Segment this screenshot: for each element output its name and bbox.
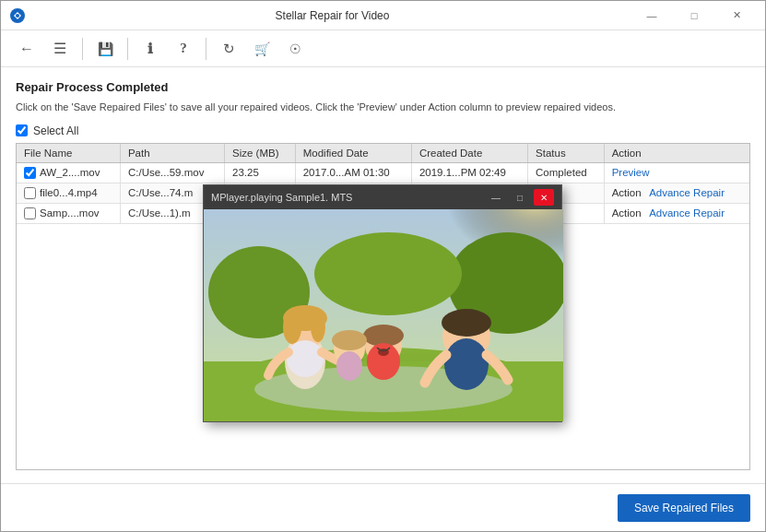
save-icon: 💾	[98, 41, 113, 56]
media-minimize-button[interactable]: —	[486, 189, 506, 206]
row1-checkbox[interactable]	[24, 167, 36, 179]
title-bar: Stellar Repair for Video — □ ✕	[1, 1, 765, 30]
svg-point-1	[16, 14, 19, 18]
cell-action-1: Preview	[604, 162, 749, 183]
menu-icon: ☰	[53, 40, 66, 57]
col-path: Path	[120, 144, 224, 163]
select-all-row: Select All	[16, 124, 750, 137]
col-modified: Modified Date	[295, 144, 411, 163]
close-button[interactable]: ✕	[715, 1, 758, 30]
minimize-button[interactable]: —	[630, 1, 673, 30]
cart-button[interactable]: 🛒	[247, 34, 277, 64]
cell-path-1: C:/Use...59.mov	[120, 162, 224, 183]
save-icon-button[interactable]: 💾	[90, 34, 120, 64]
col-created: Created Date	[411, 144, 527, 163]
cell-created-1: 2019.1...PM 02:49	[411, 162, 527, 183]
col-action: Action	[604, 144, 749, 163]
back-icon: ←	[19, 41, 34, 57]
select-all-label: Select All	[33, 124, 78, 137]
separator-1	[82, 38, 83, 60]
advance-repair-link-1[interactable]: Advance Repair	[649, 187, 725, 198]
col-filename: File Name	[17, 144, 120, 163]
media-close-button[interactable]: ✕	[534, 189, 554, 206]
save-repaired-files-button[interactable]: Save Repaired Files	[618, 494, 750, 522]
cell-action-3: Action Advance Repair	[604, 203, 749, 223]
table-row: AW_2....mov C:/Use...59.mov 23.25 2017.0…	[17, 162, 749, 183]
media-maximize-button[interactable]: □	[510, 189, 530, 206]
cell-filename-1: AW_2....mov	[17, 162, 120, 183]
cell-size-1: 23.25	[225, 162, 296, 183]
preview-link-1[interactable]: Preview	[612, 167, 650, 178]
info-button[interactable]: ℹ	[136, 34, 165, 64]
window-title: Stellar Repair for Video	[34, 9, 630, 22]
separator-3	[206, 38, 206, 60]
user-button[interactable]: ☉	[280, 34, 310, 64]
media-player-title: MPlayer.playing Sample1. MTS	[211, 192, 482, 203]
action-label-3: Action	[612, 207, 642, 219]
cell-filename-2: file0...4.mp4	[17, 183, 120, 203]
app-icon	[8, 6, 27, 25]
refresh-icon: ↻	[223, 41, 235, 57]
video-preview	[204, 209, 563, 421]
cell-modified-1: 2017.0...AM 01:30	[295, 162, 411, 183]
cell-filename-3: Samp....mov	[17, 203, 120, 223]
media-frame	[204, 209, 563, 421]
media-player-titlebar: MPlayer.playing Sample1. MTS — □ ✕	[204, 185, 561, 209]
cart-icon: 🛒	[254, 41, 270, 56]
user-icon: ☉	[289, 41, 301, 56]
help-icon: ?	[180, 41, 187, 56]
action-label-2: Action	[612, 187, 642, 198]
svg-rect-26	[204, 209, 563, 421]
bottom-bar: Save Repaired Files	[1, 483, 765, 531]
info-icon: ℹ	[147, 41, 153, 57]
toolbar: ← ☰ 💾 ℹ ? ↻ 🛒 ☉	[1, 30, 765, 67]
help-button[interactable]: ?	[169, 34, 198, 64]
media-player-popup: MPlayer.playing Sample1. MTS — □ ✕	[203, 184, 562, 422]
col-status: Status	[528, 144, 605, 163]
cell-action-2: Action Advance Repair	[604, 183, 749, 203]
col-size: Size (MB)	[225, 144, 296, 163]
advance-repair-link-2[interactable]: Advance Repair	[649, 207, 725, 219]
separator-2	[127, 38, 128, 60]
maximize-button[interactable]: □	[673, 1, 715, 30]
row3-checkbox[interactable]	[24, 207, 36, 219]
table-header-row: File Name Path Size (MB) Modified Date C…	[17, 144, 749, 163]
back-button[interactable]: ←	[12, 34, 41, 64]
row2-checkbox[interactable]	[24, 187, 36, 199]
window-controls: — □ ✕	[630, 1, 758, 30]
repair-status-description: Click on the 'Save Repaired Files' to sa…	[16, 100, 750, 115]
refresh-button[interactable]: ↻	[214, 34, 243, 64]
cell-status-1: Completed	[528, 162, 605, 183]
menu-button[interactable]: ☰	[45, 34, 75, 64]
select-all-checkbox[interactable]	[16, 124, 28, 136]
repair-status-title: Repair Process Completed	[16, 80, 750, 94]
